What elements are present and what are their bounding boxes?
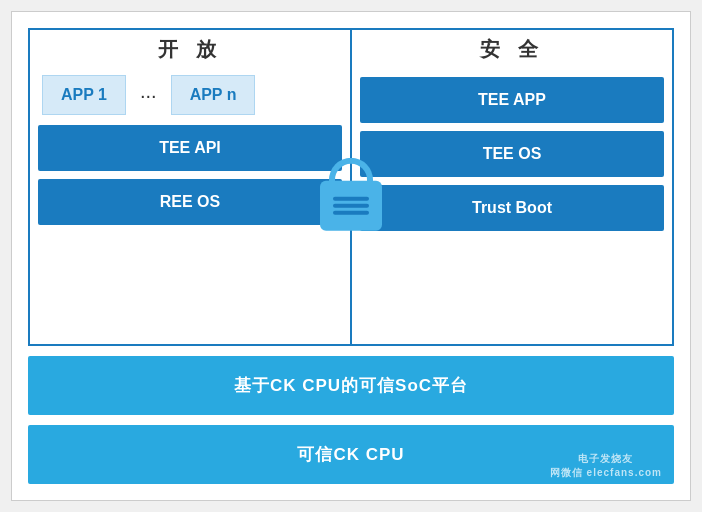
lock-icon [320,158,382,231]
apps-row: APP 1 ··· APP n [30,69,350,121]
app1-box: APP 1 [42,75,126,115]
lock-line-2 [333,204,369,208]
app-dots: ··· [134,84,163,107]
ree-os-row: REE OS [38,179,342,225]
watermark: 电子发烧友网微信 elecfans.com [550,452,662,480]
lock-line-3 [333,211,369,215]
trust-boot-row: Trust Boot [360,185,664,231]
tee-api-row: TEE API [38,125,342,171]
appn-box: APP n [171,75,256,115]
right-title: 安 全 [352,30,672,69]
lock-body [320,181,382,231]
soc-platform-bar: 基于CK CPU的可信SoC平台 [28,356,674,415]
left-panel: 开 放 APP 1 ··· APP n TEE API REE OS [30,30,352,344]
left-title: 开 放 [30,30,350,69]
right-panel: 安 全 TEE APP TEE OS Trust Boot [352,30,672,344]
tee-app-row: TEE APP [360,77,664,123]
cpu-platform-bar: 可信CK CPU 电子发烧友网微信 elecfans.com [28,425,674,484]
top-section: 开 放 APP 1 ··· APP n TEE API REE OS 安 全 T… [28,28,674,346]
tee-os-row: TEE OS [360,131,664,177]
lock-line-1 [333,197,369,201]
diagram-wrapper: 开 放 APP 1 ··· APP n TEE API REE OS 安 全 T… [11,11,691,501]
cpu-platform-label: 可信CK CPU [297,445,404,464]
